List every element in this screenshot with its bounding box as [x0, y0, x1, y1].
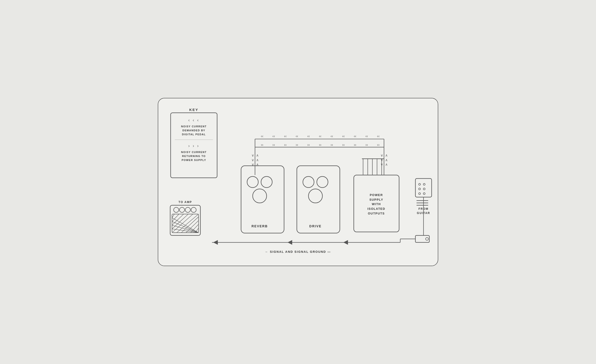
svg-text:∧: ∧: [385, 158, 388, 162]
diagram-container: ‹‹ ‹‹ ‹‹ ‹‹ ‹‹ ‹‹ ‹‹ ‹‹ ‹‹ ‹‹ ‹‹ ›› ›› ›…: [158, 98, 438, 266]
svg-text:‹‹: ‹‹: [307, 134, 310, 138]
svg-text:KEY: KEY: [189, 108, 199, 112]
svg-text:∧: ∧: [385, 154, 388, 157]
svg-point-52: [317, 176, 328, 188]
svg-point-92: [426, 238, 428, 240]
svg-line-68: [172, 222, 198, 233]
svg-text:‹‹: ‹‹: [284, 134, 287, 138]
svg-text:SUPPLY: SUPPLY: [369, 198, 383, 201]
svg-point-48: [253, 189, 267, 203]
svg-text:RETURNING TO: RETURNING TO: [182, 155, 206, 157]
svg-point-84: [419, 188, 420, 190]
svg-text:‹‹: ‹‹: [319, 134, 322, 138]
svg-text:WITH: WITH: [372, 202, 381, 206]
svg-text:››: ››: [307, 143, 310, 147]
svg-rect-105: [171, 113, 217, 178]
svg-text:∧: ∧: [256, 158, 259, 162]
svg-text:‹‹: ‹‹: [273, 134, 275, 138]
svg-text:∨: ∨: [380, 163, 383, 166]
svg-point-82: [419, 183, 420, 185]
svg-text:∨: ∨: [252, 158, 254, 162]
svg-text:REVERB: REVERB: [252, 224, 268, 228]
svg-rect-45: [241, 166, 284, 233]
svg-text:‹‹: ‹‹: [365, 134, 368, 138]
svg-rect-66: [172, 214, 198, 233]
svg-text:NOISY CURRENT: NOISY CURRENT: [181, 125, 207, 128]
svg-rect-61: [170, 205, 200, 235]
svg-text:‹‹: ‹‹: [342, 134, 345, 138]
svg-point-62: [174, 207, 179, 212]
svg-text:DIGITAL PEDAL: DIGITAL PEDAL: [182, 133, 206, 136]
svg-line-77: [181, 217, 199, 233]
svg-text:‹  ‹  ‹: ‹ ‹ ‹: [188, 118, 200, 122]
svg-text:››: ››: [261, 143, 263, 147]
svg-line-69: [172, 225, 198, 233]
svg-text:››: ››: [377, 143, 380, 147]
svg-line-78: [186, 221, 199, 233]
svg-text:››: ››: [365, 143, 368, 147]
svg-rect-50: [297, 166, 340, 233]
svg-text:››: ››: [284, 143, 287, 147]
svg-marker-97: [288, 240, 292, 245]
svg-text:∧: ∧: [385, 163, 388, 166]
svg-text:‹‹: ‹‹: [354, 134, 357, 138]
svg-marker-96: [213, 240, 218, 245]
svg-text:DEMANDED BY: DEMANDED BY: [183, 129, 205, 132]
svg-text:DRIVE: DRIVE: [309, 224, 321, 228]
svg-text:∨: ∨: [252, 154, 254, 157]
svg-rect-81: [415, 178, 432, 197]
svg-point-65: [191, 207, 196, 212]
svg-text:››: ››: [354, 143, 357, 147]
svg-marker-98: [343, 240, 348, 245]
svg-line-67: [172, 218, 198, 233]
svg-point-53: [308, 189, 322, 203]
svg-line-75: [172, 214, 193, 233]
svg-line-73: [172, 214, 184, 225]
svg-text:‹‹: ‹‹: [377, 134, 380, 138]
svg-text:TO AMP: TO AMP: [179, 201, 192, 204]
svg-text:POWER: POWER: [370, 193, 383, 197]
svg-rect-91: [415, 236, 429, 243]
svg-text:∨: ∨: [380, 154, 383, 157]
svg-line-80: [195, 228, 198, 233]
svg-text:POWER SUPPLY: POWER SUPPLY: [182, 159, 206, 161]
svg-text:ISOLATED: ISOLATED: [367, 207, 385, 210]
svg-line-71: [172, 214, 174, 218]
svg-rect-55: [354, 175, 399, 232]
svg-point-87: [423, 193, 425, 195]
svg-text:››: ››: [319, 143, 322, 147]
svg-text:‹‹: ‹‹: [296, 134, 298, 138]
svg-text:››: ››: [296, 143, 298, 147]
svg-point-46: [247, 176, 258, 188]
svg-rect-0: [158, 98, 437, 266]
svg-text:← SIGNAL AND SIGNAL GROUND —: ← SIGNAL AND SIGNAL GROUND —: [265, 250, 331, 253]
svg-text:››: ››: [273, 143, 275, 147]
svg-point-83: [423, 183, 425, 185]
svg-text:››: ››: [330, 143, 333, 147]
svg-text:›  ›  ›: › › ›: [188, 143, 200, 148]
svg-text:››: ››: [342, 143, 345, 147]
svg-text:FROM: FROM: [418, 207, 428, 210]
svg-text:∨: ∨: [380, 158, 383, 162]
svg-line-76: [177, 214, 198, 233]
svg-point-63: [179, 207, 185, 212]
svg-point-64: [185, 207, 191, 212]
svg-point-85: [423, 188, 425, 190]
svg-point-47: [261, 176, 272, 188]
svg-text:∨: ∨: [252, 163, 254, 166]
svg-text:‹‹: ‹‹: [261, 134, 263, 138]
svg-text:NOISY CURRENT: NOISY CURRENT: [181, 151, 207, 154]
svg-text:‹‹: ‹‹: [330, 134, 333, 138]
svg-line-72: [172, 214, 179, 222]
svg-text:∧: ∧: [256, 154, 259, 157]
svg-line-79: [191, 224, 199, 233]
svg-text:∧: ∧: [256, 163, 259, 166]
svg-line-70: [172, 229, 198, 233]
svg-point-51: [303, 176, 314, 188]
svg-text:GUITAR: GUITAR: [417, 211, 430, 215]
svg-point-86: [419, 193, 420, 195]
svg-line-74: [172, 214, 188, 229]
svg-text:OUTPUTS: OUTPUTS: [368, 212, 385, 215]
